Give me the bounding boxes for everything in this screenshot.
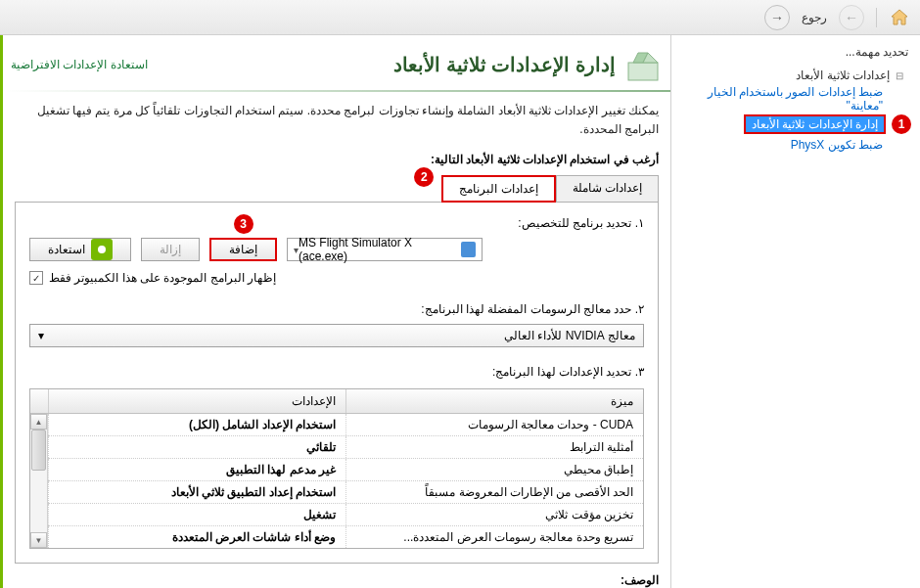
setting-cell[interactable]: غير مدعم لهذا التطبيق [48, 459, 345, 480]
page-title: إدارة الإعدادات ثلاثية الأبعاد [393, 53, 616, 76]
scroll-thumb[interactable] [31, 430, 46, 471]
callout-1: 1 [892, 114, 911, 134]
table-row[interactable]: تسريع وحدة معالجة رسومات العرض المتعددة.… [48, 526, 643, 548]
tree-root-3d-settings[interactable]: إعدادات ثلاثية الأبعاد [683, 68, 903, 82]
program-icon [461, 242, 476, 257]
step3-label: ٣. تحديد الإعدادات لهذا البرنامج: [29, 365, 644, 379]
setting-cell[interactable]: استخدام إعداد التطبيق ثلاثي الأبعاد [48, 481, 345, 503]
nvidia-icon [91, 239, 113, 260]
setting-cell[interactable]: تشغيل [48, 504, 345, 525]
setting-cell[interactable]: تلقائي [48, 436, 345, 458]
table-scrollbar[interactable]: ▲ ▼ [30, 414, 48, 548]
page-description: يمكنك تغيير الإعدادات ثلاثية الأبعاد الش… [3, 102, 670, 139]
feature-cell: CUDA - وحدات معالجة الرسومات [345, 414, 643, 435]
scroll-down-button[interactable]: ▼ [30, 532, 47, 548]
scroll-up-button[interactable]: ▲ [30, 414, 47, 430]
show-local-programs-checkbox[interactable]: ✓ [29, 271, 43, 285]
program-select[interactable]: ▾ MS Flight Simulator X (ace.exe) [287, 238, 483, 261]
feature-cell: تسريع وحدة معالجة رسومات العرض المتعددة.… [345, 526, 643, 548]
step2-label: ٢. حدد معالج الرسومات المفضلة لهذا البرن… [29, 302, 644, 316]
restore-defaults-link[interactable]: استعادة الإعدادات الافتراضية [11, 58, 152, 71]
description-footer-label: الوصف: [3, 564, 670, 587]
settings-table: ميزة الإعدادات CUDA - وحدات معالجة الرسو… [29, 388, 644, 549]
tree-item-image-preview[interactable]: ضبط إعدادات الصور باستخدام الخيار "معاين… [683, 84, 886, 113]
feature-cell: الحد الأقصى من الإطارات المعروضة مسبقاً [345, 481, 643, 503]
table-row[interactable]: CUDA - وحدات معالجة الرسوماتاستخدام الإع… [48, 414, 643, 436]
brand-edge [0, 35, 3, 588]
top-navigation-bar: → رجوع ← [0, 0, 920, 35]
header-3d-icon [623, 45, 663, 84]
table-row[interactable]: الحد الأقصى من الإطارات المعروضة مسبقاًا… [48, 481, 643, 504]
content-pane: إدارة الإعدادات ثلاثية الأبعاد استعادة ا… [3, 35, 670, 588]
nav-back-button[interactable]: ← [839, 5, 864, 30]
svg-point-1 [98, 246, 106, 253]
sidebar-title: تحديد مهمة... [683, 45, 908, 59]
show-local-programs-label: إظهار البرامج الموجودة على هذا الكمبيوتر… [49, 271, 276, 285]
callout-2: 2 [414, 167, 434, 187]
table-header-feature[interactable]: ميزة [345, 389, 643, 413]
tab-program-settings[interactable]: إعدادات البرنامج 2 [441, 175, 555, 203]
feature-cell: تخزين مؤقت ثلاثي [345, 504, 643, 525]
program-settings-panel: ١. تحديد برنامج للتخصيص: ▾ MS Flight Sim… [15, 202, 659, 564]
remove-button[interactable]: إزالة [141, 238, 200, 261]
setting-cell[interactable]: استخدام الإعداد الشامل (الكل) [48, 414, 345, 435]
table-header-setting[interactable]: الإعدادات [48, 389, 345, 413]
table-row[interactable]: تخزين مؤقت ثلاثيتشغيل [48, 504, 643, 526]
task-sidebar: تحديد مهمة... إعدادات ثلاثية الأبعاد ضبط… [670, 35, 920, 588]
home-icon[interactable] [889, 7, 910, 28]
step1-label: ١. تحديد برنامج للتخصيص: [29, 216, 644, 230]
feature-cell: أمثلية الترابط [345, 436, 643, 458]
tree-item-physx[interactable]: ضبط تكوين PhysX [788, 137, 886, 153]
settings-section-label: أرغب في استخدام الإعدادات ثلاثية الأبعاد… [3, 139, 670, 174]
add-button[interactable]: إضافة 3 [209, 238, 277, 261]
nav-forward-button[interactable]: → [764, 5, 790, 30]
callout-3: 3 [234, 214, 253, 234]
table-row[interactable]: إطباق محيطيغير مدعم لهذا التطبيق [48, 459, 643, 481]
gpu-select[interactable]: معالج NVIDIA للأداء العالي ▾ [29, 324, 644, 347]
feature-cell: إطباق محيطي [345, 459, 643, 480]
setting-cell[interactable]: وضع أداء شاشات العرض المتعددة [48, 526, 345, 548]
tree-item-manage-3d[interactable]: إدارة الإعدادات ثلاثية الأبعاد [744, 114, 886, 134]
svg-rect-0 [628, 63, 658, 80]
chevron-down-icon: ▾ [38, 329, 44, 342]
table-row[interactable]: أمثلية الترابطتلقائي [48, 436, 643, 459]
restore-button[interactable]: استعادة [29, 238, 131, 261]
tab-global-settings[interactable]: إعدادات شاملة [556, 175, 659, 203]
nav-back-label: رجوع [802, 11, 827, 24]
settings-tabs: إعدادات شاملة إعدادات البرنامج 2 [3, 174, 670, 202]
